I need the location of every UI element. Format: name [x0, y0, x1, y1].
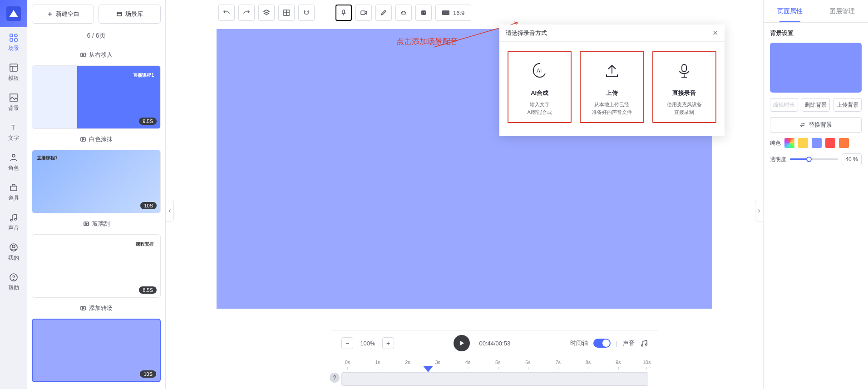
swatch-blue[interactable]: [812, 138, 822, 148]
transition-label[interactable]: 白色涂抹: [32, 133, 161, 146]
camera-icon: [360, 9, 367, 16]
opacity-slider[interactable]: [790, 158, 838, 160]
snap-button[interactable]: [298, 5, 315, 21]
mic-button[interactable]: [335, 5, 352, 21]
collapse-right-panel[interactable]: ›: [755, 200, 763, 222]
svg-point-17: [13, 279, 14, 280]
undo-icon: [223, 9, 230, 16]
svg-point-12: [10, 219, 12, 221]
option-upload[interactable]: 上传 从本地上传已经准备好的声音文件: [580, 51, 644, 123]
pencil-icon: [380, 9, 387, 16]
p-icon: P: [420, 9, 427, 16]
redo-button[interactable]: [238, 5, 255, 21]
nav-character[interactable]: 角色: [0, 147, 27, 177]
user-icon: [9, 242, 19, 252]
option-title: AI合成: [531, 89, 548, 97]
grid-icon: [9, 33, 19, 43]
music-icon: [9, 212, 19, 222]
nav-text[interactable]: T 文字: [0, 117, 27, 147]
edit-duration-button[interactable]: 编辑时长: [770, 98, 798, 112]
zoom-out-button[interactable]: −: [341, 337, 353, 349]
replace-bg-button[interactable]: 替换背景: [770, 117, 862, 133]
nav-props[interactable]: 道具: [0, 177, 27, 207]
swatch-red[interactable]: [825, 138, 835, 148]
upload-icon: [601, 60, 623, 82]
transition-icon: [80, 52, 86, 58]
top-toolbar: P 16:9: [166, 0, 763, 25]
camera-button[interactable]: [355, 5, 372, 21]
nav-scene[interactable]: 场景: [0, 27, 27, 57]
svg-rect-4: [15, 39, 17, 41]
zoom-in-button[interactable]: +: [382, 337, 394, 349]
add-transition[interactable]: 添加转场: [32, 301, 161, 315]
zoom-value: 100%: [359, 340, 377, 347]
duration-badge: 10S: [140, 202, 157, 209]
aspect-ratio-button[interactable]: 16:9: [435, 5, 471, 21]
svg-rect-3: [10, 39, 13, 41]
transition-label[interactable]: 玻璃刮: [32, 217, 161, 231]
swatch-orange[interactable]: [839, 138, 849, 148]
scene-thumb-2[interactable]: 直播课程1 10S: [32, 150, 161, 213]
time-ruler[interactable]: 0s 1s 2s 3s 4s 5s 6s 7s 8s 9s 10s: [341, 359, 648, 369]
grid-button[interactable]: [278, 5, 295, 21]
swatch-yellow[interactable]: [798, 138, 808, 148]
scene-thumb-1[interactable]: 直播课程1 9.5S: [32, 65, 161, 129]
nav-label: 模板: [8, 74, 19, 82]
mic-icon: [673, 60, 695, 82]
modal-close-button[interactable]: ✕: [712, 29, 718, 37]
template-icon: [9, 63, 19, 73]
collapse-left-panel[interactable]: ‹: [166, 200, 174, 222]
help-icon: [9, 272, 19, 282]
timeline-toggle[interactable]: [593, 339, 611, 348]
svg-point-2: [15, 34, 17, 37]
svg-rect-36: [442, 10, 449, 15]
cloud-icon: [400, 9, 407, 16]
cloud-button[interactable]: [395, 5, 412, 21]
scene-lib-button[interactable]: 场景库: [99, 5, 161, 24]
svg-rect-31: [343, 10, 345, 13]
color-picker-button[interactable]: [784, 138, 794, 148]
nav-background[interactable]: 背景: [0, 87, 27, 117]
person-icon: [9, 153, 19, 162]
transition-label[interactable]: 从右移入: [32, 48, 161, 62]
plus-icon: [47, 11, 53, 17]
nav-mine[interactable]: 我的: [0, 237, 27, 267]
edit-button[interactable]: [375, 5, 392, 21]
nav-label: 帮助: [8, 284, 19, 292]
delete-bg-button[interactable]: 删除背景: [802, 98, 830, 112]
nav-help[interactable]: 帮助: [0, 267, 27, 297]
transition-icon: [83, 221, 89, 227]
scene-thumb-3[interactable]: 课程安排 8.5S: [32, 234, 161, 298]
tab-layer-mgmt[interactable]: 图层管理: [816, 0, 868, 22]
svg-point-42: [641, 345, 643, 346]
tab-page-props[interactable]: 页面属性: [764, 0, 816, 22]
nav-sound[interactable]: 声音: [0, 207, 27, 237]
scene-panel: 新建空白 场景库 6 / 6页 从右移入 直播课程1 9.5S 白色涂抹 直播课…: [27, 0, 166, 389]
option-record[interactable]: 直接录音 使用麦克风设备直接录制: [652, 51, 716, 123]
sound-label: 声音: [623, 339, 635, 347]
new-blank-button[interactable]: 新建空白: [32, 5, 94, 24]
undo-button[interactable]: [218, 5, 235, 21]
modal-title: 请选择录音方式: [506, 29, 547, 37]
nav-label: 文字: [8, 134, 19, 142]
scene-thumb-4[interactable]: 10S: [32, 319, 161, 382]
playhead[interactable]: [423, 366, 433, 372]
library-icon: [116, 11, 123, 17]
nav-label: 角色: [8, 164, 19, 172]
timeline-track[interactable]: [341, 372, 648, 386]
svg-rect-39: [682, 64, 686, 72]
app-logo[interactable]: [0, 0, 27, 27]
play-button[interactable]: [454, 335, 470, 351]
upload-bg-button[interactable]: 上传背景: [833, 98, 862, 112]
svg-point-43: [646, 344, 647, 345]
bg-preview[interactable]: [770, 43, 862, 93]
transition-icon: [80, 305, 86, 311]
info-button[interactable]: ?: [330, 373, 340, 383]
preview-button[interactable]: P: [415, 5, 432, 21]
properties-panel: 页面属性 图层管理 背景设置 编辑时长 删除背景 上传背景 替换背景 纯色 透明…: [763, 0, 868, 389]
layers-button[interactable]: [258, 5, 275, 21]
time-display: 00:44/00:53: [479, 340, 510, 347]
option-ai-synthesis[interactable]: AI AI合成 输入文字AI智能合成: [508, 51, 572, 123]
nav-template[interactable]: 模板: [0, 57, 27, 87]
music-icon[interactable]: [640, 339, 648, 347]
